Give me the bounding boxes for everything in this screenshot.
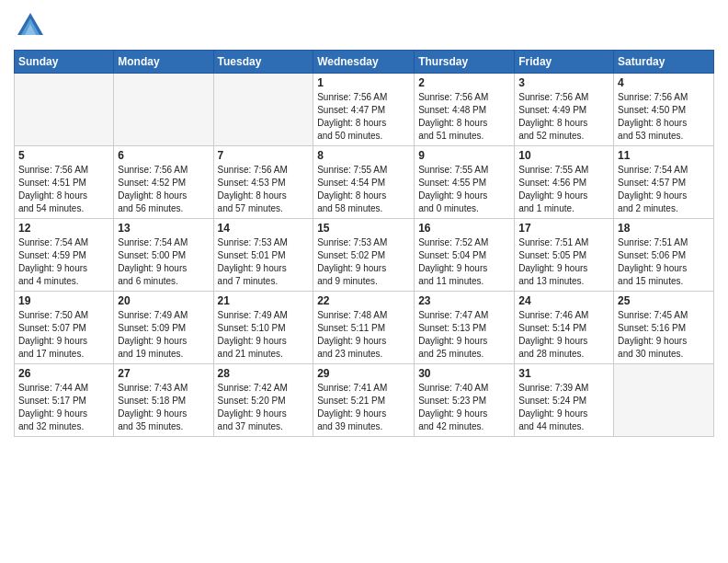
day-number: 2 bbox=[418, 76, 510, 89]
calendar-table: SundayMondayTuesdayWednesdayThursdayFrid… bbox=[14, 50, 714, 437]
day-info: Sunrise: 7:56 AMSunset: 4:47 PMDaylight:… bbox=[317, 91, 410, 143]
day-number: 11 bbox=[618, 149, 710, 162]
day-info: Sunrise: 7:56 AMSunset: 4:53 PMDaylight:… bbox=[218, 164, 310, 215]
calendar-cell bbox=[213, 74, 313, 146]
day-number: 30 bbox=[418, 367, 510, 380]
weekday-header-monday: Monday bbox=[114, 51, 213, 74]
day-info: Sunrise: 7:41 AMSunset: 5:21 PMDaylight:… bbox=[317, 382, 410, 433]
calendar-cell: 28Sunrise: 7:42 AMSunset: 5:20 PMDayligh… bbox=[213, 364, 313, 437]
calendar-cell: 7Sunrise: 7:56 AMSunset: 4:53 PMDaylight… bbox=[213, 146, 313, 219]
logo bbox=[14, 9, 51, 42]
calendar-week-row: 12Sunrise: 7:54 AMSunset: 4:59 PMDayligh… bbox=[15, 219, 714, 292]
calendar-cell: 20Sunrise: 7:49 AMSunset: 5:09 PMDayligh… bbox=[114, 292, 213, 364]
calendar-cell: 4Sunrise: 7:56 AMSunset: 4:50 PMDaylight… bbox=[614, 74, 714, 146]
weekday-header-tuesday: Tuesday bbox=[213, 51, 313, 74]
weekday-header-saturday: Saturday bbox=[614, 51, 714, 74]
calendar-cell: 26Sunrise: 7:44 AMSunset: 5:17 PMDayligh… bbox=[15, 364, 114, 437]
calendar-cell bbox=[114, 74, 213, 146]
day-number: 10 bbox=[518, 149, 609, 162]
calendar-cell: 21Sunrise: 7:49 AMSunset: 5:10 PMDayligh… bbox=[213, 292, 313, 364]
calendar-cell: 17Sunrise: 7:51 AMSunset: 5:05 PMDayligh… bbox=[515, 219, 614, 292]
calendar-cell: 14Sunrise: 7:53 AMSunset: 5:01 PMDayligh… bbox=[213, 219, 313, 292]
day-number: 31 bbox=[518, 367, 609, 380]
calendar-cell: 22Sunrise: 7:48 AMSunset: 5:11 PMDayligh… bbox=[313, 292, 415, 364]
day-info: Sunrise: 7:47 AMSunset: 5:13 PMDaylight:… bbox=[418, 309, 510, 361]
calendar-cell: 24Sunrise: 7:46 AMSunset: 5:14 PMDayligh… bbox=[515, 292, 614, 364]
calendar-cell: 31Sunrise: 7:39 AMSunset: 5:24 PMDayligh… bbox=[515, 364, 614, 437]
day-info: Sunrise: 7:56 AMSunset: 4:49 PMDaylight:… bbox=[518, 91, 609, 143]
day-number: 19 bbox=[18, 294, 109, 307]
day-number: 16 bbox=[418, 222, 510, 235]
calendar-week-row: 1Sunrise: 7:56 AMSunset: 4:47 PMDaylight… bbox=[15, 74, 714, 146]
calendar-cell: 27Sunrise: 7:43 AMSunset: 5:18 PMDayligh… bbox=[114, 364, 213, 437]
weekday-header-wednesday: Wednesday bbox=[313, 51, 415, 74]
calendar-cell: 13Sunrise: 7:54 AMSunset: 5:00 PMDayligh… bbox=[114, 219, 213, 292]
calendar-cell: 18Sunrise: 7:51 AMSunset: 5:06 PMDayligh… bbox=[614, 219, 714, 292]
day-number: 22 bbox=[317, 294, 410, 307]
calendar-cell: 6Sunrise: 7:56 AMSunset: 4:52 PMDaylight… bbox=[114, 146, 213, 219]
day-info: Sunrise: 7:46 AMSunset: 5:14 PMDaylight:… bbox=[518, 309, 609, 361]
calendar-cell: 10Sunrise: 7:55 AMSunset: 4:56 PMDayligh… bbox=[515, 146, 614, 219]
day-info: Sunrise: 7:40 AMSunset: 5:23 PMDaylight:… bbox=[418, 382, 510, 433]
day-number: 9 bbox=[418, 149, 510, 162]
day-number: 8 bbox=[317, 149, 410, 162]
day-number: 5 bbox=[18, 149, 109, 162]
day-info: Sunrise: 7:54 AMSunset: 4:59 PMDaylight:… bbox=[18, 236, 109, 288]
calendar-cell: 1Sunrise: 7:56 AMSunset: 4:47 PMDaylight… bbox=[313, 74, 415, 146]
calendar-cell: 23Sunrise: 7:47 AMSunset: 5:13 PMDayligh… bbox=[415, 292, 515, 364]
day-info: Sunrise: 7:55 AMSunset: 4:55 PMDaylight:… bbox=[418, 164, 510, 215]
day-number: 21 bbox=[218, 294, 310, 307]
calendar-cell bbox=[15, 74, 114, 146]
logo-icon bbox=[14, 9, 47, 42]
day-info: Sunrise: 7:55 AMSunset: 4:56 PMDaylight:… bbox=[518, 164, 609, 215]
day-number: 6 bbox=[118, 149, 209, 162]
calendar-cell: 12Sunrise: 7:54 AMSunset: 4:59 PMDayligh… bbox=[15, 219, 114, 292]
day-info: Sunrise: 7:56 AMSunset: 4:48 PMDaylight:… bbox=[418, 91, 510, 143]
day-number: 23 bbox=[418, 294, 510, 307]
calendar-cell: 2Sunrise: 7:56 AMSunset: 4:48 PMDaylight… bbox=[415, 74, 515, 146]
day-info: Sunrise: 7:43 AMSunset: 5:18 PMDaylight:… bbox=[118, 382, 209, 433]
calendar-cell: 19Sunrise: 7:50 AMSunset: 5:07 PMDayligh… bbox=[15, 292, 114, 364]
page: SundayMondayTuesdayWednesdayThursdayFrid… bbox=[0, 0, 728, 563]
day-info: Sunrise: 7:48 AMSunset: 5:11 PMDaylight:… bbox=[317, 309, 410, 361]
day-number: 3 bbox=[518, 76, 609, 89]
day-number: 7 bbox=[218, 149, 310, 162]
day-info: Sunrise: 7:54 AMSunset: 4:57 PMDaylight:… bbox=[618, 164, 710, 215]
calendar-cell: 8Sunrise: 7:55 AMSunset: 4:54 PMDaylight… bbox=[313, 146, 415, 219]
day-number: 13 bbox=[118, 222, 209, 235]
header bbox=[14, 9, 714, 42]
calendar-cell: 11Sunrise: 7:54 AMSunset: 4:57 PMDayligh… bbox=[614, 146, 714, 219]
day-number: 15 bbox=[317, 222, 410, 235]
weekday-header-friday: Friday bbox=[515, 51, 614, 74]
day-number: 24 bbox=[518, 294, 609, 307]
calendar-cell: 29Sunrise: 7:41 AMSunset: 5:21 PMDayligh… bbox=[313, 364, 415, 437]
weekday-header-thursday: Thursday bbox=[415, 51, 515, 74]
calendar-week-row: 26Sunrise: 7:44 AMSunset: 5:17 PMDayligh… bbox=[15, 364, 714, 437]
weekday-header-sunday: Sunday bbox=[15, 51, 114, 74]
day-number: 25 bbox=[618, 294, 710, 307]
calendar-week-row: 19Sunrise: 7:50 AMSunset: 5:07 PMDayligh… bbox=[15, 292, 714, 364]
day-number: 18 bbox=[618, 222, 710, 235]
day-number: 29 bbox=[317, 367, 410, 380]
day-number: 27 bbox=[118, 367, 209, 380]
day-info: Sunrise: 7:51 AMSunset: 5:05 PMDaylight:… bbox=[518, 236, 609, 288]
calendar-cell: 3Sunrise: 7:56 AMSunset: 4:49 PMDaylight… bbox=[515, 74, 614, 146]
day-info: Sunrise: 7:39 AMSunset: 5:24 PMDaylight:… bbox=[518, 382, 609, 433]
day-number: 20 bbox=[118, 294, 209, 307]
day-info: Sunrise: 7:53 AMSunset: 5:02 PMDaylight:… bbox=[317, 236, 410, 288]
calendar-week-row: 5Sunrise: 7:56 AMSunset: 4:51 PMDaylight… bbox=[15, 146, 714, 219]
day-info: Sunrise: 7:53 AMSunset: 5:01 PMDaylight:… bbox=[218, 236, 310, 288]
day-info: Sunrise: 7:49 AMSunset: 5:10 PMDaylight:… bbox=[218, 309, 310, 361]
day-info: Sunrise: 7:56 AMSunset: 4:50 PMDaylight:… bbox=[618, 91, 710, 143]
calendar-cell: 16Sunrise: 7:52 AMSunset: 5:04 PMDayligh… bbox=[415, 219, 515, 292]
day-info: Sunrise: 7:55 AMSunset: 4:54 PMDaylight:… bbox=[317, 164, 410, 215]
day-number: 1 bbox=[317, 76, 410, 89]
calendar-cell: 5Sunrise: 7:56 AMSunset: 4:51 PMDaylight… bbox=[15, 146, 114, 219]
day-info: Sunrise: 7:54 AMSunset: 5:00 PMDaylight:… bbox=[118, 236, 209, 288]
calendar-cell: 9Sunrise: 7:55 AMSunset: 4:55 PMDaylight… bbox=[415, 146, 515, 219]
day-info: Sunrise: 7:50 AMSunset: 5:07 PMDaylight:… bbox=[18, 309, 109, 361]
day-number: 14 bbox=[218, 222, 310, 235]
day-info: Sunrise: 7:49 AMSunset: 5:09 PMDaylight:… bbox=[118, 309, 209, 361]
day-info: Sunrise: 7:51 AMSunset: 5:06 PMDaylight:… bbox=[618, 236, 710, 288]
day-number: 28 bbox=[218, 367, 310, 380]
